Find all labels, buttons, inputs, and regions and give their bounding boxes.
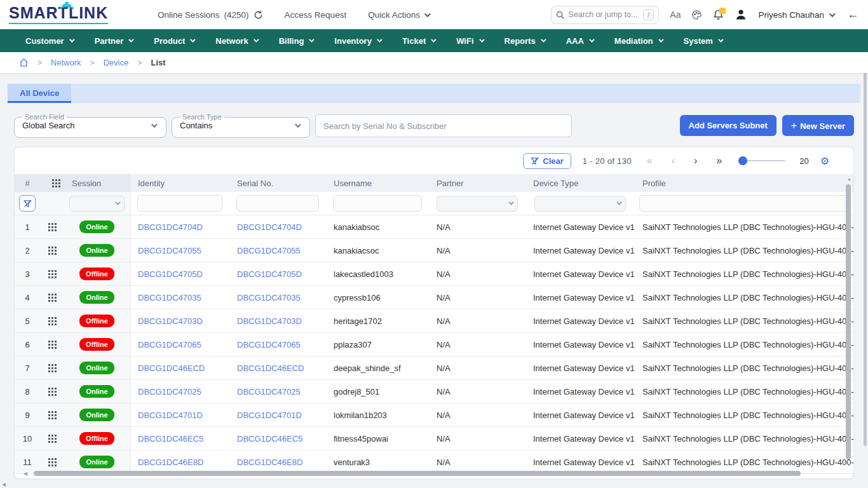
nav-item-product[interactable]: Product	[154, 36, 194, 46]
nav-item-inventory[interactable]: Inventory	[334, 36, 381, 46]
row-actions-grid-icon[interactable]	[40, 309, 64, 332]
scroll-left-arrow[interactable]: ◀	[24, 471, 27, 477]
serial-link[interactable]: DBCG1DC4703D	[237, 316, 302, 326]
serial-link[interactable]: DBCG1DC46E8D	[237, 458, 302, 467]
scroll-up-arrow[interactable]: ▲	[847, 177, 851, 181]
col-header-identity[interactable]: Identity	[130, 179, 229, 188]
user-menu[interactable]: Priyesh Chauhan	[758, 10, 834, 20]
identity-link[interactable]: DBCG1DC47035	[138, 293, 201, 302]
session-filter-select[interactable]	[69, 196, 125, 212]
col-header-partner[interactable]: Partner	[429, 179, 526, 188]
first-page-button[interactable]: «	[643, 155, 656, 166]
col-header-device-type[interactable]: Device Type	[526, 179, 635, 188]
nav-item-mediation[interactable]: Mediation	[614, 36, 662, 46]
global-search-input[interactable]: Search or jump to... /	[551, 6, 659, 24]
scroll-down-arrow[interactable]: ▼	[847, 463, 851, 467]
table-vertical-scrollbar[interactable]: ▲ ▼	[846, 179, 851, 464]
quick-actions-menu[interactable]: Quick Actions	[368, 10, 429, 20]
identity-link[interactable]: DBCG1DC4704D	[138, 222, 203, 232]
serial-subscriber-search-input[interactable]	[315, 114, 572, 137]
col-header-serial[interactable]: Serial No.	[229, 179, 326, 188]
serial-link[interactable]: DBCG1DC47035	[237, 293, 301, 302]
clear-filters-button[interactable]: Clear	[523, 153, 571, 169]
online-sessions[interactable]: Online Sessions (4250)	[158, 10, 263, 20]
identity-link[interactable]: DBCG1DC47055	[138, 246, 201, 255]
breadcrumb-device[interactable]: Device	[104, 58, 129, 67]
device-type-filter-select[interactable]	[534, 196, 626, 212]
logo[interactable]: SMARTLINK	[9, 5, 133, 24]
row-filter-toggle-button[interactable]	[19, 195, 36, 212]
row-actions-grid-icon[interactable]	[40, 239, 64, 262]
row-actions-grid-icon[interactable]	[40, 286, 64, 309]
profile-filter-input[interactable]	[639, 195, 849, 212]
new-server-button[interactable]: +New Server	[782, 115, 854, 136]
page-size-slider[interactable]	[740, 160, 785, 161]
row-actions-grid-icon[interactable]	[40, 356, 64, 379]
serial-link[interactable]: DBCG1DC47025	[237, 387, 301, 396]
nav-item-billing[interactable]: Billing	[279, 36, 313, 46]
serial-link[interactable]: DBCG1DC4705D	[237, 269, 302, 279]
collapse-back-arrow[interactable]: ←	[847, 8, 859, 22]
identity-link[interactable]: DBCG1DC4705D	[138, 269, 203, 279]
add-servers-subnet-button[interactable]: Add Servers Subnet	[680, 115, 776, 136]
h-scroll-thumb[interactable]	[34, 471, 801, 476]
access-request-link[interactable]: Access Request	[285, 10, 347, 20]
nav-item-aaa[interactable]: AAA	[566, 36, 593, 46]
row-actions-grid-icon[interactable]	[40, 403, 64, 426]
identity-link[interactable]: DBCG1DC4703D	[138, 316, 203, 326]
identity-filter-input[interactable]	[137, 195, 222, 212]
username-filter-input[interactable]	[333, 195, 421, 212]
nav-item-system[interactable]: System	[684, 36, 722, 46]
serial-link[interactable]: DBCG1DC4701D	[237, 410, 302, 420]
nav-item-wifi[interactable]: WiFi	[456, 36, 482, 46]
identity-link[interactable]: DBCG1DC47025	[138, 387, 201, 396]
partner-filter-select[interactable]	[437, 196, 518, 212]
next-page-button[interactable]: ›	[690, 155, 701, 166]
col-header-profile[interactable]: Profile	[635, 179, 853, 188]
serial-link[interactable]: DBCG1DC47065	[237, 340, 301, 349]
home-icon[interactable]	[19, 58, 29, 67]
nav-item-ticket[interactable]: Ticket	[402, 36, 435, 46]
prev-page-button[interactable]: ‹	[668, 155, 679, 166]
serial-link[interactable]: DBCG1DC46EC5	[237, 434, 302, 444]
nav-label: WiFi	[456, 36, 473, 46]
row-actions-grid-icon[interactable]	[40, 333, 64, 356]
row-actions-grid-icon[interactable]	[40, 380, 64, 403]
last-page-button[interactable]: »	[712, 155, 726, 166]
page-scroll-left-arrow[interactable]: ◀	[2, 482, 6, 487]
page-vertical-scrollbar[interactable]	[864, 57, 867, 446]
refresh-icon[interactable]	[254, 10, 263, 20]
identity-link[interactable]: DBCG1DC46E8D	[138, 458, 203, 467]
v-scroll-thumb[interactable]	[846, 184, 851, 459]
col-header-session[interactable]: Session	[64, 174, 130, 192]
identity-link[interactable]: DBCG1DC46EC5	[138, 434, 203, 444]
font-size-toggle[interactable]: Aa	[670, 10, 681, 20]
nav-item-network[interactable]: Network	[215, 36, 257, 46]
row-actions-grid-icon[interactable]	[40, 215, 64, 238]
row-actions-grid-icon[interactable]	[40, 427, 64, 450]
identity-link[interactable]: DBCG1DC47065	[138, 340, 201, 349]
identity-link[interactable]: DBCG1DC46ECD	[138, 363, 205, 373]
identity-link[interactable]: DBCG1DC4701D	[138, 410, 203, 420]
serial-link[interactable]: DBCG1DC4704D	[237, 222, 302, 232]
table-settings-gear-icon[interactable]: ⚙	[820, 155, 829, 167]
nav-item-partner[interactable]: Partner	[95, 36, 133, 46]
row-actions-grid-icon[interactable]	[40, 262, 64, 285]
row-actions-grid-icon[interactable]	[40, 451, 64, 473]
tab-all-device[interactable]: All Device	[8, 84, 71, 103]
user-avatar[interactable]	[735, 8, 747, 21]
nav-item-reports[interactable]: Reports	[505, 36, 545, 46]
serial-filter-input[interactable]	[236, 195, 320, 212]
serial-link[interactable]: DBCG1DC47055	[237, 246, 301, 255]
theme-palette-icon[interactable]	[691, 10, 702, 20]
profile-cell: SaiNXT Technologies LLP (DBC Technologie…	[635, 387, 853, 396]
search-field-select[interactable]: Search Field Global Search	[14, 113, 166, 138]
search-type-select[interactable]: Search Type Contains	[172, 113, 310, 138]
serial-link[interactable]: DBCG1DC46ECD	[237, 363, 304, 373]
col-header-username[interactable]: Username	[326, 179, 429, 188]
breadcrumb-network[interactable]: Network	[51, 58, 81, 67]
slider-thumb[interactable]	[738, 156, 747, 165]
table-horizontal-scrollbar[interactable]: ◀	[24, 471, 839, 477]
notifications-bell-icon[interactable]	[713, 9, 724, 20]
nav-item-customer[interactable]: Customer	[25, 36, 73, 46]
